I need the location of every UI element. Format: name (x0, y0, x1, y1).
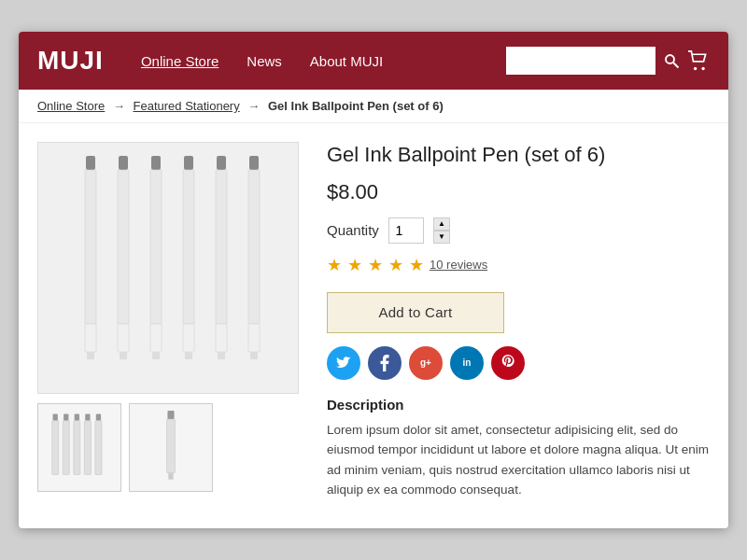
cart-button[interactable] (687, 50, 710, 71)
svg-rect-27 (250, 352, 258, 359)
facebook-share-button[interactable] (368, 346, 402, 380)
svg-rect-24 (249, 156, 259, 170)
social-share-row: g+ in (327, 346, 710, 380)
svg-rect-32 (75, 413, 79, 420)
logo[interactable]: MUJI (37, 46, 104, 76)
svg-rect-37 (95, 420, 102, 474)
description-text: Lorem ipsum dolor sit amet, consectetur … (327, 420, 710, 500)
description-heading: Description (327, 397, 710, 413)
svg-line-1 (673, 63, 678, 67)
svg-rect-13 (150, 170, 162, 324)
quantity-input[interactable] (388, 217, 424, 244)
svg-rect-31 (63, 420, 69, 474)
twitter-share-button[interactable] (327, 346, 360, 380)
svg-rect-16 (184, 156, 193, 170)
svg-rect-8 (119, 156, 128, 170)
breadcrumb-online-store[interactable]: Online Store (37, 99, 105, 113)
svg-rect-17 (183, 170, 194, 324)
star-4: ★ (388, 255, 403, 275)
facebook-icon (380, 355, 389, 371)
thumbnail-row (37, 403, 299, 492)
rating-row: ★ ★ ★ ★ ★ 10 reviews (327, 255, 710, 275)
star-2: ★ (347, 255, 362, 275)
pinterest-share-button[interactable] (491, 346, 525, 380)
quantity-row: Quantity ▲ ▼ (327, 217, 710, 244)
search-icon (663, 52, 680, 69)
svg-rect-25 (248, 170, 260, 324)
product-images (37, 142, 299, 500)
thumbnail-2-svg (152, 411, 190, 485)
svg-point-2 (694, 67, 697, 70)
svg-rect-36 (96, 413, 101, 420)
svg-rect-5 (85, 170, 96, 324)
svg-rect-35 (84, 420, 91, 474)
star-half: ★ (409, 255, 424, 275)
header-search (506, 47, 710, 75)
nav-online-store[interactable]: Online Store (141, 53, 218, 69)
pinterest-icon (501, 355, 514, 371)
linkedin-share-button[interactable]: in (450, 346, 484, 380)
main-image-svg (61, 151, 275, 385)
svg-rect-11 (120, 352, 127, 359)
quantity-spinners: ▲ ▼ (433, 217, 450, 244)
search-input[interactable] (506, 47, 655, 75)
main-product-image (37, 142, 299, 394)
svg-rect-40 (168, 472, 173, 479)
breadcrumb-arrow-1: → (113, 99, 125, 113)
breadcrumb-current: Gel Ink Ballpoint Pen (set of 6) (268, 99, 444, 113)
svg-rect-20 (217, 156, 226, 170)
svg-rect-22 (216, 324, 227, 352)
svg-rect-7 (87, 352, 94, 359)
page-wrapper: MUJI Online Store News About MUJI Onli (19, 32, 728, 528)
nav-about-muji[interactable]: About MUJI (310, 53, 383, 69)
breadcrumb: Online Store → Featured Stationery → Gel… (19, 90, 728, 123)
breadcrumb-arrow-2: → (247, 99, 260, 113)
quantity-up-button[interactable]: ▲ (433, 217, 450, 231)
breadcrumb-featured-stationery[interactable]: Featured Stationery (134, 99, 240, 113)
search-button[interactable] (663, 52, 680, 69)
thumbnail-2[interactable] (129, 403, 213, 492)
svg-point-0 (666, 55, 674, 63)
nav-news[interactable]: News (247, 53, 282, 69)
svg-rect-34 (85, 413, 90, 420)
svg-rect-12 (151, 156, 161, 170)
svg-rect-38 (167, 411, 174, 419)
star-1: ★ (327, 255, 342, 275)
svg-rect-14 (150, 324, 162, 352)
svg-rect-29 (52, 420, 59, 474)
thumbnail-1-svg (46, 411, 113, 485)
svg-rect-21 (216, 170, 227, 324)
reviews-link[interactable]: 10 reviews (430, 258, 487, 272)
svg-point-3 (701, 67, 704, 70)
svg-rect-10 (118, 324, 129, 352)
product-title: Gel Ink Ballpoint Pen (set of 6) (327, 142, 710, 169)
quantity-label: Quantity (327, 222, 379, 238)
product-details: Gel Ink Ballpoint Pen (set of 6) $8.00 Q… (327, 142, 710, 500)
thumbnail-1[interactable] (37, 403, 121, 492)
svg-rect-15 (152, 352, 160, 359)
svg-rect-30 (63, 413, 68, 420)
svg-rect-19 (185, 352, 192, 359)
svg-rect-18 (183, 324, 194, 352)
header: MUJI Online Store News About MUJI (19, 32, 728, 90)
product-price: $8.00 (327, 180, 710, 204)
quantity-down-button[interactable]: ▼ (433, 231, 450, 244)
svg-rect-33 (74, 420, 80, 474)
twitter-icon (336, 357, 351, 370)
google-plus-share-button[interactable]: g+ (409, 346, 443, 380)
svg-rect-23 (218, 352, 225, 359)
add-to-cart-button[interactable]: Add to Cart (327, 292, 504, 333)
cart-icon (687, 50, 710, 71)
svg-rect-28 (53, 413, 58, 420)
svg-rect-39 (167, 418, 176, 472)
svg-rect-26 (248, 324, 260, 352)
svg-rect-6 (85, 324, 96, 352)
content: Gel Ink Ballpoint Pen (set of 6) $8.00 Q… (19, 123, 728, 528)
svg-rect-9 (118, 170, 129, 324)
star-3: ★ (368, 255, 383, 275)
svg-rect-4 (86, 156, 95, 170)
